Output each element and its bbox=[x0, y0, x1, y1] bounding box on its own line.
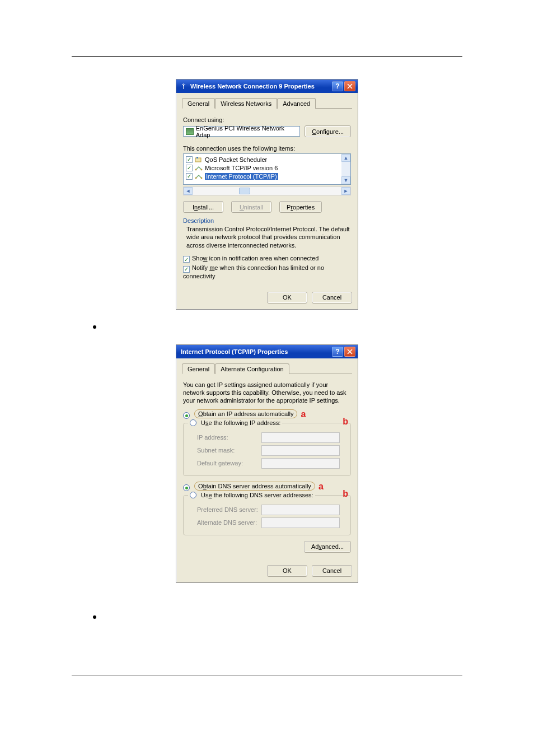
nic-properties-dialog: Wireless Network Connection 9 Properties… bbox=[176, 79, 358, 310]
scroll-thumb[interactable] bbox=[239, 188, 250, 194]
protocol-icon bbox=[195, 165, 203, 171]
adapter-field: EnGenius PCI Wireless Network Adap bbox=[183, 126, 300, 137]
tabstrip: General Alternate Configuration bbox=[182, 363, 352, 374]
close-button[interactable] bbox=[344, 347, 355, 357]
annotation-a: a bbox=[301, 409, 306, 419]
properties-button[interactable]: Properties bbox=[279, 201, 322, 213]
radio-icon[interactable] bbox=[190, 492, 196, 498]
gateway-input bbox=[261, 458, 340, 469]
items-label: This connection uses the following items… bbox=[183, 145, 351, 152]
scroll-left-icon[interactable]: ◄ bbox=[184, 187, 193, 195]
help-button[interactable]: ? bbox=[332, 81, 343, 91]
annotation-a: a bbox=[318, 482, 324, 491]
document-bullet bbox=[93, 613, 462, 619]
scroll-up-icon[interactable]: ▲ bbox=[341, 154, 350, 162]
checkbox-icon[interactable]: ✓ bbox=[186, 165, 193, 171]
bullet-icon bbox=[93, 325, 96, 329]
ok-button[interactable]: OK bbox=[267, 565, 307, 577]
intro-text: You can get IP settings assigned automat… bbox=[183, 381, 351, 405]
ip-address-input bbox=[261, 432, 340, 443]
svg-rect-1 bbox=[196, 157, 198, 158]
radio-use-following-ip[interactable]: Use the following IP address: bbox=[188, 419, 282, 426]
tcpip-titlebar[interactable]: Internet Protocol (TCP/IP) Properties ? bbox=[176, 345, 358, 358]
install-button[interactable]: Install... bbox=[183, 201, 223, 213]
help-button[interactable]: ? bbox=[332, 347, 343, 357]
checkbox-icon[interactable]: ✓ bbox=[186, 173, 193, 180]
label-default-gateway: Default gateway: bbox=[197, 460, 261, 466]
document-bullet bbox=[93, 323, 462, 329]
svg-point-3 bbox=[201, 169, 203, 170]
list-item-label: Microsoft TCP/IP version 6 bbox=[205, 165, 278, 171]
checkbox-icon[interactable]: ✓ bbox=[183, 256, 190, 263]
list-item[interactable]: ✓ QoS Packet Scheduler bbox=[186, 155, 339, 164]
nic-icon bbox=[186, 128, 194, 135]
svg-point-4 bbox=[195, 177, 197, 179]
alternate-dns-input bbox=[261, 517, 340, 528]
svg-rect-0 bbox=[195, 158, 201, 162]
bullet-icon bbox=[93, 615, 96, 619]
list-item-label: QoS Packet Scheduler bbox=[205, 156, 267, 163]
tab-general[interactable]: General bbox=[182, 98, 215, 109]
horizontal-scrollbar[interactable]: ◄ ► bbox=[183, 186, 351, 195]
close-button[interactable] bbox=[344, 81, 355, 91]
configure-button[interactable]: Configure... bbox=[305, 125, 351, 137]
uninstall-button: Uninstall bbox=[231, 201, 271, 213]
tabstrip: General Wireless Networks Advanced bbox=[182, 97, 352, 109]
list-item[interactable]: ✓ Internet Protocol (TCP/IP) bbox=[186, 172, 339, 180]
cancel-button[interactable]: Cancel bbox=[312, 292, 352, 304]
radio-icon[interactable] bbox=[183, 484, 190, 491]
components-listbox[interactable]: ✓ QoS Packet Scheduler ✓ Microsoft TCP/I… bbox=[183, 153, 351, 185]
radio-obtain-dns-auto[interactable]: Obtain DNS server address automatically … bbox=[183, 482, 351, 492]
static-dns-group: Use the following DNS server addresses: … bbox=[183, 495, 351, 535]
radio-obtain-ip-auto[interactable]: Obtain an IP address automatically a bbox=[183, 409, 351, 419]
label-preferred-dns: Preferred DNS server: bbox=[197, 506, 261, 513]
checkbox-icon[interactable]: ✓ bbox=[186, 156, 193, 163]
description-heading: Description bbox=[183, 217, 351, 224]
checkbox-icon[interactable]: ✓ bbox=[183, 266, 190, 273]
tab-advanced[interactable]: Advanced bbox=[277, 98, 316, 109]
scroll-right-icon[interactable]: ► bbox=[341, 187, 350, 195]
qos-icon bbox=[195, 156, 203, 163]
checkbox-row[interactable]: ✓Show icon in notification area when con… bbox=[183, 255, 351, 263]
list-item-label: Internet Protocol (TCP/IP) bbox=[205, 173, 278, 180]
tab-general[interactable]: General bbox=[182, 363, 215, 374]
advanced-button[interactable]: Advanced... bbox=[304, 541, 351, 553]
nic-properties-titlebar[interactable]: Wireless Network Connection 9 Properties… bbox=[176, 80, 358, 93]
tab-alternate-config[interactable]: Alternate Configuration bbox=[215, 363, 289, 374]
scroll-down-icon[interactable]: ▼ bbox=[341, 176, 350, 184]
dialog-title: Internet Protocol (TCP/IP) Properties bbox=[181, 348, 331, 355]
label-ip-address: IP address: bbox=[197, 434, 261, 441]
radio-use-following-dns[interactable]: Use the following DNS server addresses: bbox=[188, 492, 315, 498]
svg-point-2 bbox=[195, 169, 197, 170]
tcpip-properties-dialog: Internet Protocol (TCP/IP) Properties ? … bbox=[176, 344, 358, 583]
annotation-b: b bbox=[343, 489, 348, 499]
svg-point-5 bbox=[201, 177, 203, 179]
connect-using-label: Connect using: bbox=[183, 116, 351, 123]
wireless-icon bbox=[180, 82, 188, 90]
ok-button[interactable]: OK bbox=[267, 292, 307, 304]
subnet-mask-input bbox=[261, 445, 340, 456]
list-item[interactable]: ✓ Microsoft TCP/IP version 6 bbox=[186, 164, 339, 172]
cancel-button[interactable]: Cancel bbox=[312, 565, 352, 577]
label-subnet-mask: Subnet mask: bbox=[197, 447, 261, 454]
preferred-dns-input bbox=[261, 505, 340, 515]
tab-wireless-networks[interactable]: Wireless Networks bbox=[215, 98, 277, 109]
label-alternate-dns: Alternate DNS server: bbox=[197, 519, 261, 526]
vertical-scrollbar[interactable]: ▲ ▼ bbox=[341, 154, 350, 184]
protocol-icon bbox=[195, 173, 203, 180]
dialog-title: Wireless Network Connection 9 Properties bbox=[190, 83, 331, 90]
annotation-b: b bbox=[343, 417, 348, 427]
description-text: Transmission Control Protocol/Internet P… bbox=[186, 225, 351, 249]
static-ip-group: Use the following IP address: b IP addre… bbox=[183, 423, 351, 476]
checkbox-row[interactable]: ✓Notify me when this connection has limi… bbox=[183, 264, 351, 279]
radio-icon[interactable] bbox=[190, 419, 196, 426]
radio-icon[interactable] bbox=[183, 412, 190, 419]
adapter-name: EnGenius PCI Wireless Network Adap bbox=[196, 125, 297, 138]
